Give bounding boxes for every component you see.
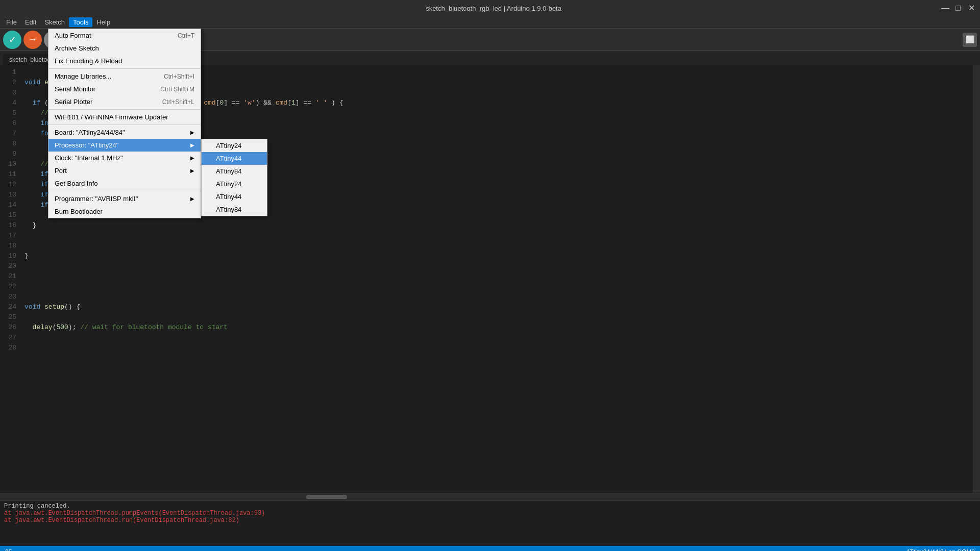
line-num: 25 xyxy=(0,312,16,322)
titlebar-controls: — □ ✕ xyxy=(941,5,975,12)
line-num: 20 xyxy=(0,261,16,271)
titlebar: sketch_bluetooth_rgb_led | Arduino 1.9.0… xyxy=(0,0,980,16)
menu-clock-arrow: ▶ xyxy=(190,155,194,161)
menu-clock[interactable]: Clock: "Internal 1 MHz" ▶ xyxy=(48,152,201,164)
menu-serial-plotter[interactable]: Serial Plotter Ctrl+Shift+L xyxy=(48,95,201,108)
proc-label: ATtiny44 xyxy=(216,193,241,201)
line-num: 18 xyxy=(0,241,16,251)
line-num: 15 xyxy=(0,210,16,220)
menu-processor-arrow: ▶ xyxy=(190,142,194,148)
line-num: 23 xyxy=(0,292,16,302)
line-num: 3 xyxy=(0,88,16,98)
menu-serial-monitor-label: Serial Monitor xyxy=(55,85,95,93)
horizontal-scrollbar[interactable] xyxy=(0,493,980,500)
menu-get-board-info[interactable]: Get Board Info xyxy=(48,177,201,190)
menu-sketch[interactable]: Sketch xyxy=(40,17,69,27)
menu-archive-label: Archive Sketch xyxy=(55,44,99,52)
proc-dot xyxy=(208,169,212,173)
console-status: Printing canceled. xyxy=(4,503,976,510)
menu-manage-libraries-shortcut: Ctrl+Shift+I xyxy=(164,73,194,80)
menu-serial-plotter-shortcut: Ctrl+Shift+L xyxy=(162,98,194,106)
menu-archive-sketch[interactable]: Archive Sketch xyxy=(48,42,201,55)
statusbar: 25 ATtiny24/44/84 on COM8 xyxy=(0,546,980,551)
serial-monitor-icon[interactable]: ⬜ xyxy=(963,33,977,47)
line-num: 13 xyxy=(0,190,16,200)
menu-fix-encoding[interactable]: Fix Encoding & Reload xyxy=(48,55,201,67)
menu-separator-1 xyxy=(48,68,201,69)
line-num: 22 xyxy=(0,282,16,292)
menu-manage-libraries[interactable]: Manage Libraries... Ctrl+Shift+I xyxy=(48,70,201,83)
menu-port[interactable]: Port ▶ xyxy=(48,164,201,177)
line-num: 5 xyxy=(0,108,16,118)
line-num: 26 xyxy=(0,322,16,333)
line-num: 19 xyxy=(0,251,16,261)
line-num: 10 xyxy=(0,159,16,169)
menu-auto-format-label: Auto Format xyxy=(55,32,91,39)
line-num: 8 xyxy=(0,139,16,149)
menu-auto-format[interactable]: Auto Format Ctrl+T xyxy=(48,29,201,42)
line-num: 16 xyxy=(0,220,16,231)
menu-clock-label: Clock: "Internal 1 MHz" xyxy=(55,154,123,162)
tools-menu: Auto Format Ctrl+T Archive Sketch Fix En… xyxy=(48,29,201,218)
proc-label: ATtiny84 xyxy=(216,167,241,175)
proc-attiny44-2[interactable]: ATtiny44 xyxy=(202,190,267,203)
proc-attiny24-1[interactable]: ATtiny24 xyxy=(202,139,267,152)
line-num: 24 xyxy=(0,302,16,312)
verify-button[interactable]: ✓ xyxy=(3,31,21,49)
menu-serial-monitor-shortcut: Ctrl+Shift+M xyxy=(160,86,194,93)
line-num: 17 xyxy=(0,231,16,241)
menu-programmer[interactable]: Programmer: "AVRISP mkII" ▶ xyxy=(48,192,201,205)
menu-board[interactable]: Board: "ATtiny24/44/84" ▶ xyxy=(48,126,201,139)
proc-dot xyxy=(208,182,212,186)
menu-wifi-firmware[interactable]: WiFi101 / WiFiNINA Firmware Updater xyxy=(48,111,201,123)
menu-board-arrow: ▶ xyxy=(190,130,194,135)
line-num: 14 xyxy=(0,200,16,210)
line-num: 11 xyxy=(0,169,16,180)
menu-serial-monitor[interactable]: Serial Monitor Ctrl+Shift+M xyxy=(48,83,201,95)
line-num: 28 xyxy=(0,343,16,353)
menu-help[interactable]: Help xyxy=(92,17,114,27)
menu-separator-2 xyxy=(48,109,201,110)
proc-dot xyxy=(208,144,212,148)
menu-wifi-firmware-label: WiFi101 / WiFiNINA Firmware Updater xyxy=(55,113,168,121)
menu-burn-bootloader[interactable]: Burn Bootloader xyxy=(48,205,201,218)
proc-attiny84-2[interactable]: ATtiny84 xyxy=(202,203,267,216)
titlebar-title: sketch_bluetooth_rgb_led | Arduino 1.9.0… xyxy=(426,5,561,12)
menu-auto-format-shortcut: Ctrl+T xyxy=(178,32,194,39)
menu-burn-bootloader-label: Burn Bootloader xyxy=(55,208,103,215)
proc-attiny44-selected[interactable]: ATtiny44 xyxy=(202,152,267,165)
console-error-3: at java.awt.EventDispatchThread.run(Even… xyxy=(4,517,976,524)
menu-port-arrow: ▶ xyxy=(190,168,194,173)
status-board-info: ATtiny24/44/84 on COM8 xyxy=(906,548,975,551)
line-num: 12 xyxy=(0,180,16,190)
minimize-button[interactable]: — xyxy=(941,5,948,12)
menu-processor[interactable]: Processor: "ATtiny24" ▶ xyxy=(48,139,201,152)
menubar: File Edit Sketch Tools Help xyxy=(0,16,980,29)
proc-dot xyxy=(208,195,212,199)
proc-attiny84-1[interactable]: ATtiny84 xyxy=(202,165,267,178)
line-num: 2 xyxy=(0,78,16,88)
line-num: 9 xyxy=(0,149,16,159)
menu-separator-4 xyxy=(48,191,201,191)
line-numbers: 1 2 3 4 5 6 7 8 9 10 11 12 13 14 15 16 1… xyxy=(0,65,20,493)
scrollbar-thumb[interactable] xyxy=(306,495,347,499)
proc-attiny24-2[interactable]: ATtiny24 xyxy=(202,178,267,190)
menu-file[interactable]: File xyxy=(2,17,21,27)
menu-edit[interactable]: Edit xyxy=(21,17,40,27)
menu-port-label: Port xyxy=(55,167,67,174)
menu-processor-label: Processor: "ATtiny24" xyxy=(55,141,118,149)
processor-submenu: ATtiny24 ATtiny44 ATtiny84 ATtiny24 ATti… xyxy=(201,139,267,216)
line-num: 27 xyxy=(0,333,16,343)
upload-button[interactable]: → xyxy=(23,31,42,49)
close-button[interactable]: ✕ xyxy=(968,5,975,12)
vertical-scrollbar[interactable] xyxy=(973,65,980,493)
status-line-number: 25 xyxy=(5,548,12,551)
line-num: 1 xyxy=(0,67,16,78)
proc-dot xyxy=(208,208,212,212)
menu-tools[interactable]: Tools xyxy=(69,17,92,27)
proc-label: ATtiny84 xyxy=(216,206,241,213)
line-num: 21 xyxy=(0,271,16,282)
menu-serial-plotter-label: Serial Plotter xyxy=(55,98,92,106)
console-area: Printing canceled. at java.awt.EventDisp… xyxy=(0,500,980,546)
maximize-button[interactable]: □ xyxy=(954,5,962,12)
